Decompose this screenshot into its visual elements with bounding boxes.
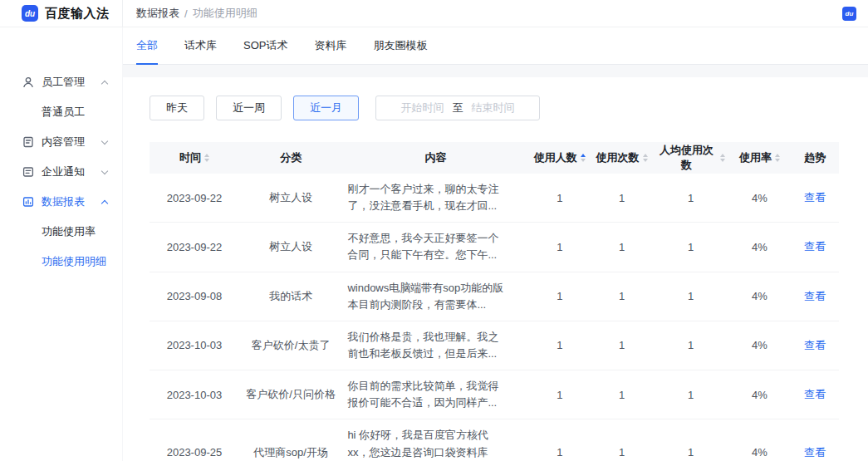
sidebar-item-employee-management[interactable]: 员工管理	[0, 67, 122, 97]
breadcrumb-separator: /	[184, 7, 188, 20]
sort-icon[interactable]	[643, 154, 648, 162]
chevron-up-icon	[101, 199, 108, 206]
content-divider	[123, 65, 868, 77]
column-header-per-capita[interactable]: 人均使用次数	[653, 142, 728, 174]
breadcrumb-current: 功能使用明细	[193, 6, 257, 21]
column-header-uses[interactable]: 使用次数	[591, 142, 653, 174]
cell-content: 刚才一个客户过来，聊的太专注了，没注意看手机，现在才回...	[342, 174, 528, 223]
cell-uses: 1	[591, 419, 653, 461]
cell-users: 1	[529, 174, 591, 223]
chevron-down-icon	[101, 137, 108, 144]
breadcrumb: 数据报表 / 功能使用明细	[136, 6, 257, 21]
cell-content: 我们价格是贵，我也理解。我之前也和老板反馈过，但是后来...	[342, 321, 528, 370]
column-header-category: 分类	[239, 142, 343, 174]
sort-icon[interactable]	[204, 154, 209, 162]
cell-per-capita: 1	[653, 272, 728, 321]
tab-script-library[interactable]: 话术库	[184, 27, 217, 64]
view-link[interactable]: 查看	[804, 339, 826, 351]
sidebar-item-enterprise-notice[interactable]: 企业通知	[0, 157, 122, 187]
cell-content: hi 你好呀，我是百度官方核代xx，您这边是咨询口袋资料库这...	[342, 419, 528, 461]
cell-category: 树立人设	[239, 223, 343, 272]
breadcrumb-section[interactable]: 数据报表	[136, 6, 179, 21]
sidebar-item-label: 普通员工	[42, 105, 85, 120]
cell-per-capita: 1	[653, 321, 728, 370]
sort-icon[interactable]	[775, 154, 780, 162]
table-header-row: 时间 分类 内容 使用人数	[150, 142, 839, 174]
chevron-up-icon	[101, 80, 108, 86]
cell-time: 2023-10-03	[150, 370, 239, 419]
cell-uses: 1	[591, 321, 653, 370]
sidebar: 员工管理 普通员工 内容管理	[0, 27, 123, 461]
column-header-time[interactable]: 时间	[150, 142, 239, 174]
cell-content: 不好意思，我今天正好要签一个合同，只能下午有空。您下午...	[342, 223, 528, 272]
cell-rate: 4%	[728, 419, 791, 461]
cell-uses: 1	[591, 223, 653, 272]
date-range-separator: 至	[453, 101, 463, 115]
app-window: du 百度输入法 数据报表 / 功能使用明细 du 员工管理 普通员工	[0, 0, 868, 461]
sidebar-item-feature-usage-detail[interactable]: 功能使用明细	[0, 247, 122, 277]
cell-uses: 1	[591, 272, 653, 321]
logo-icon: du	[22, 5, 38, 22]
column-header-trend: 趋势	[791, 142, 839, 174]
cell-per-capita: 1	[653, 174, 728, 223]
start-date-placeholder: 开始时间	[401, 101, 444, 115]
view-link[interactable]: 查看	[804, 446, 826, 459]
cell-users: 1	[529, 370, 591, 419]
table-row: 2023-09-08 我的话术 windows电脑端带有sop功能的版本目前内测…	[150, 272, 839, 321]
report-icon	[22, 195, 35, 208]
tab-moments-template[interactable]: 朋友圈模板	[373, 27, 427, 64]
user-icon	[22, 76, 35, 89]
sidebar-item-label: 企业通知	[42, 164, 102, 179]
filter-month-button[interactable]: 近一月	[293, 96, 359, 120]
view-link[interactable]: 查看	[804, 290, 826, 302]
cell-rate: 4%	[728, 321, 791, 370]
main-content: 全部 话术库 SOP话术 资料库 朋友圈模板 昨天 近一周 近一月 开始时间 至…	[123, 27, 868, 461]
table-row: 2023-09-25 代理商sop/开场 hi 你好呀，我是百度官方核代xx，您…	[150, 419, 839, 461]
user-avatar[interactable]: du	[842, 7, 856, 21]
filter-bar: 昨天 近一周 近一月 开始时间 至 结束时间	[150, 96, 839, 120]
cell-category: 客户砍价/只问价格	[239, 370, 343, 419]
cell-time: 2023-09-22	[150, 174, 239, 223]
sidebar-item-data-report[interactable]: 数据报表	[0, 187, 122, 217]
table-row: 2023-09-22 树立人设 不好意思，我今天正好要签一个合同，只能下午有空。…	[150, 223, 839, 272]
sidebar-item-label: 数据报表	[42, 194, 102, 209]
sidebar-item-regular-employee[interactable]: 普通员工	[0, 97, 122, 127]
cell-time: 2023-10-03	[150, 321, 239, 370]
cell-category: 代理商sop/开场	[239, 419, 343, 461]
cell-users: 1	[529, 223, 591, 272]
tab-bar: 全部 话术库 SOP话术 资料库 朋友圈模板	[123, 27, 868, 65]
filter-week-button[interactable]: 近一周	[216, 96, 282, 120]
sort-icon[interactable]	[720, 154, 725, 162]
cell-category: 客户砍价/太贵了	[239, 321, 343, 370]
sort-icon[interactable]	[581, 154, 586, 162]
document-icon	[22, 135, 35, 149]
view-link[interactable]: 查看	[804, 191, 826, 204]
tab-sop-script[interactable]: SOP话术	[243, 27, 287, 64]
table-row: 2023-10-03 客户砍价/太贵了 我们价格是贵，我也理解。我之前也和老板反…	[150, 321, 839, 370]
cell-per-capita: 1	[653, 370, 728, 419]
cell-content: 你目前的需求比较简单，我觉得报价可能不合适，因为同样产...	[342, 370, 528, 419]
notice-icon	[22, 165, 35, 179]
cell-rate: 4%	[728, 223, 791, 272]
sidebar-item-content-management[interactable]: 内容管理	[0, 127, 122, 157]
sidebar-item-feature-usage-rate[interactable]: 功能使用率	[0, 217, 122, 247]
date-range-picker[interactable]: 开始时间 至 结束时间	[375, 96, 540, 120]
filter-yesterday-button[interactable]: 昨天	[150, 96, 204, 120]
column-header-rate[interactable]: 使用率	[728, 142, 791, 174]
tab-material-library[interactable]: 资料库	[314, 27, 346, 64]
tab-all[interactable]: 全部	[136, 27, 158, 64]
content-card: 昨天 近一周 近一月 开始时间 至 结束时间	[123, 77, 868, 461]
table-row: 2023-09-22 树立人设 刚才一个客户过来，聊的太专注了，没注意看手机，现…	[150, 174, 839, 223]
top-bar: du 百度输入法 数据报表 / 功能使用明细 du	[0, 0, 868, 27]
cell-time: 2023-09-22	[150, 223, 239, 272]
cell-uses: 1	[591, 174, 653, 223]
cell-rate: 4%	[728, 370, 791, 419]
sidebar-item-label: 功能使用率	[42, 224, 96, 239]
view-link[interactable]: 查看	[804, 388, 826, 400]
cell-category: 我的话术	[239, 272, 343, 321]
column-header-users[interactable]: 使用人数	[529, 142, 591, 174]
table-row: 2023-10-03 客户砍价/只问价格 你目前的需求比较简单，我觉得报价可能不…	[150, 370, 839, 419]
cell-per-capita: 1	[653, 223, 728, 272]
view-link[interactable]: 查看	[804, 240, 826, 253]
sidebar-item-label: 员工管理	[42, 75, 102, 90]
